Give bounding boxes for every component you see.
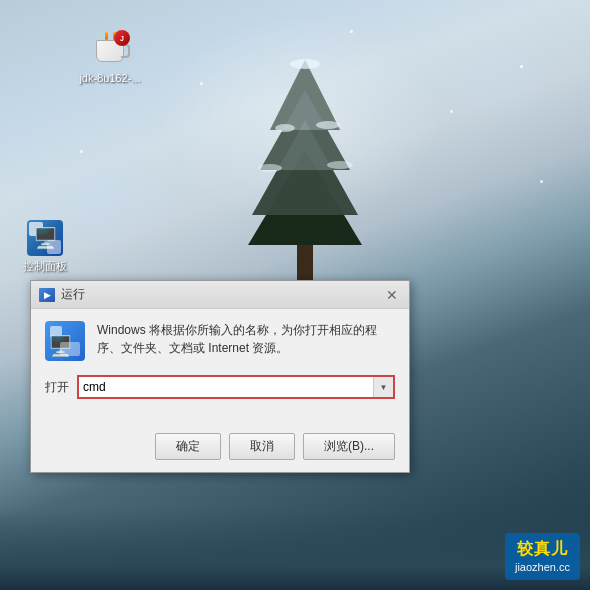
jdk-desktop-icon[interactable]: J jdk-8u162-... (75, 30, 145, 85)
java-badge: J (114, 30, 130, 46)
jdk-icon-label: jdk-8u162-... (79, 72, 140, 85)
run-icon: 🖥️ (45, 321, 85, 361)
snow-particle (520, 65, 523, 68)
control-panel-desktop-icon[interactable]: 🖥️ 控制面板 (10, 218, 80, 273)
watermark-line2: jiaozhen.cc (515, 560, 570, 574)
input-wrapper: ▼ (77, 375, 395, 399)
svg-point-9 (275, 124, 295, 132)
run-dialog-icon: ▶ (39, 288, 55, 302)
open-label: 打开 (45, 379, 69, 396)
control-panel-icon-label: 控制面板 (23, 260, 67, 273)
watermark: 较真儿 jiaozhen.cc (505, 533, 580, 580)
browse-button[interactable]: 浏览(B)... (303, 433, 395, 460)
titlebar-left: ▶ 运行 (39, 286, 85, 303)
snow-particle (450, 110, 453, 113)
tree-image (240, 50, 370, 300)
cancel-button[interactable]: 取消 (229, 433, 295, 460)
desktop: J jdk-8u162-... 🖥️ 控制面板 (0, 0, 590, 590)
svg-point-8 (290, 59, 320, 69)
dialog-titlebar: ▶ 运行 ✕ (31, 281, 409, 309)
dropdown-button[interactable]: ▼ (373, 377, 393, 397)
dialog-body: 🖥️ Windows 将根据你所输入的名称，为你打开相应的程序、文件夹、文档或 … (31, 309, 409, 425)
snow-particle (350, 30, 353, 33)
run-dialog[interactable]: ▶ 运行 ✕ 🖥️ Windows 将根据你所输入的名称，为你打开相应的程序、文… (30, 280, 410, 473)
dialog-title: 运行 (61, 286, 85, 303)
ok-button[interactable]: 确定 (155, 433, 221, 460)
jdk-icon-image: J (90, 30, 130, 70)
snow-particle (80, 150, 83, 153)
control-panel-icon-image: 🖥️ (25, 218, 65, 258)
description-row: 🖥️ Windows 将根据你所输入的名称，为你打开相应的程序、文件夹、文档或 … (45, 321, 395, 361)
dialog-close-button[interactable]: ✕ (383, 286, 401, 304)
dialog-description: Windows 将根据你所输入的名称，为你打开相应的程序、文件夹、文档或 Int… (97, 321, 395, 357)
ground (0, 510, 590, 590)
watermark-line1: 较真儿 (515, 539, 570, 560)
snow-particle (540, 180, 543, 183)
run-input[interactable] (79, 377, 373, 397)
dialog-buttons: 确定 取消 浏览(B)... (31, 425, 409, 472)
svg-point-11 (258, 164, 282, 172)
snow-particle (200, 82, 203, 85)
svg-point-12 (327, 161, 353, 169)
svg-point-10 (316, 121, 340, 129)
control-panel-img-inner: 🖥️ (27, 220, 63, 256)
input-row: 打开 ▼ (45, 375, 395, 399)
run-icon-inner: 🖥️ (45, 321, 85, 361)
